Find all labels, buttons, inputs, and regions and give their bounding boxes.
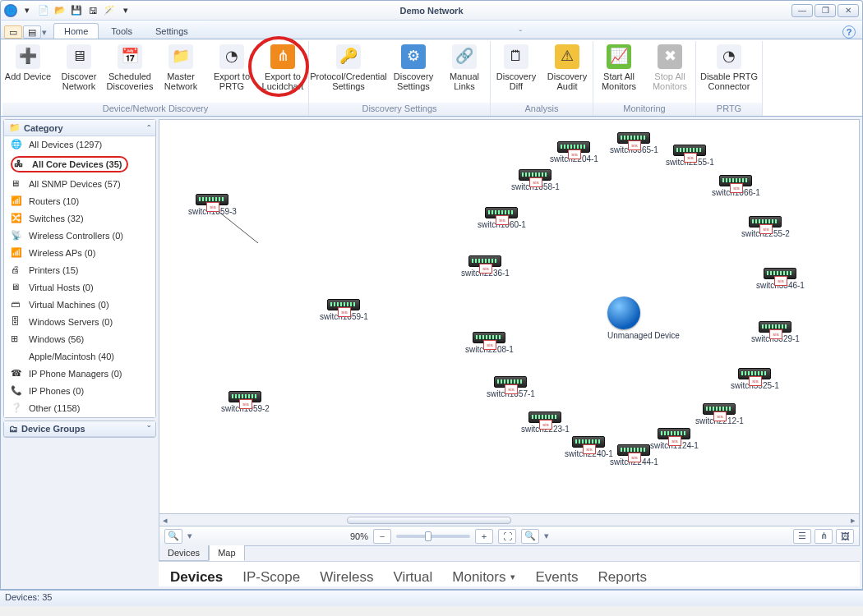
nav-events[interactable]: Events (535, 569, 578, 586)
ribbon-label: Add Device (5, 71, 51, 81)
category-item[interactable]: 🖨Printers (15) (4, 262, 155, 279)
ribbon-add-device[interactable]: ➕Add Device (2, 41, 53, 103)
category-label: Printers (15) (29, 265, 79, 275)
find-button[interactable]: 🔍 (164, 529, 182, 544)
ribbon-master-network[interactable]: 📁MasterNetwork (155, 41, 206, 103)
share-button[interactable]: ⋔ (815, 529, 833, 544)
category-label: Virtual Hosts (0) (29, 283, 94, 292)
switch-node[interactable]: sisswitch1059-1 (320, 299, 368, 321)
tab-devices[interactable]: Devices (159, 545, 209, 561)
find-dropdown-icon[interactable]: ▾ (187, 531, 192, 541)
qat-save-icon[interactable]: 💾 (70, 4, 83, 17)
category-item[interactable]: 🖥Virtual Hosts (0) (4, 279, 155, 297)
category-item[interactable]: Apple/Macintosh (40) (4, 348, 155, 365)
menu-tools[interactable]: Tools (100, 23, 143, 39)
category-item[interactable]: ⊞Windows (56) (4, 331, 155, 348)
zoom-in-button[interactable]: + (475, 529, 493, 544)
ribbon-manual-links[interactable]: 🔗ManualLinks (439, 41, 490, 103)
device-groups-panel[interactable]: 🗂 Device Groups ˇ (3, 421, 156, 438)
ribbon-collapse-icon[interactable]: ˇ (513, 29, 528, 39)
tab-map[interactable]: Map (209, 545, 244, 561)
switch-node[interactable]: sisswitch3346-1 (756, 268, 805, 290)
view-dropdown-icon[interactable]: ▾ (42, 27, 47, 38)
category-item[interactable]: 📡Wireless Controllers (0) (4, 228, 155, 245)
qat-new-icon[interactable]: 📄 (37, 4, 50, 17)
export-image-button[interactable]: 🖼 (836, 529, 854, 544)
layers-button[interactable]: ☰ (793, 529, 811, 544)
switch-node[interactable]: sisswitch2255-2 (741, 216, 790, 238)
switch-node[interactable]: sisswitch1066-1 (712, 175, 760, 197)
switch-node[interactable]: sisswitch1057-1 (487, 376, 535, 398)
category-item[interactable]: 🖥All SNMP Devices (57) (4, 176, 155, 193)
minimize-button[interactable]: — (791, 4, 813, 17)
switch-node[interactable]: sisswitch1058-1 (511, 169, 560, 191)
category-item[interactable]: 🖧All Core Devices (35) (4, 154, 155, 176)
menu-home[interactable]: Home (53, 23, 99, 39)
qat-saveall-icon[interactable]: 🖫 (86, 4, 99, 17)
close-button[interactable]: ✕ (838, 4, 859, 17)
switch-node[interactable]: sisswitch2204-1 (550, 141, 598, 163)
discover-network-icon: 🖥 (67, 44, 91, 69)
qat-more-icon[interactable]: ▾ (119, 4, 132, 17)
ribbon-export-prtg[interactable]: ◔Export toPRTG (206, 41, 257, 103)
ribbon-export-lucidchart[interactable]: ⋔Export toLucidchart (257, 41, 308, 103)
zoom-fit-button[interactable]: ⛶ (498, 529, 516, 544)
switch-node[interactable]: sisswitch3329-1 (751, 321, 800, 343)
nav-monitors[interactable]: Monitors (452, 569, 505, 586)
switch-node[interactable]: sisswitch2240-1 (565, 436, 613, 458)
switch-node[interactable]: sisswitch2208-1 (465, 332, 514, 354)
category-item[interactable]: 🔀Switches (32) (4, 210, 155, 228)
nav-reports[interactable]: Reports (598, 569, 647, 586)
zoom-out-button[interactable]: − (373, 529, 391, 544)
horizontal-scrollbar[interactable]: ◂ ▸ (159, 514, 860, 526)
switch-node[interactable]: sisswitch2236-1 (461, 255, 510, 278)
qat-wizard-icon[interactable]: 🪄 (103, 4, 116, 17)
hub-node[interactable]: Unmanaged Device (607, 297, 680, 340)
category-item[interactable]: ❔Other (1158) (4, 400, 155, 417)
switch-node[interactable]: sisswitch3325-1 (731, 368, 779, 390)
switch-node[interactable]: sisswitch3365-1 (610, 132, 658, 154)
switch-node[interactable]: sisswitch2223-1 (521, 411, 570, 434)
category-item[interactable]: ☎IP Phone Managers (0) (4, 365, 155, 383)
nav-wireless[interactable]: Wireless (320, 569, 373, 586)
ribbon-discovery-audit[interactable]: ⚠DiscoveryAudit (542, 41, 593, 103)
nav-ip-scope[interactable]: IP-Scope (242, 569, 300, 586)
switch-node[interactable]: sisswitch1059-2 (221, 391, 270, 413)
nav-virtual[interactable]: Virtual (393, 569, 432, 586)
view-compact-button[interactable]: ▤ (23, 25, 41, 39)
category-item[interactable]: 🗃Virtual Machines (0) (4, 297, 155, 314)
help-icon[interactable]: ? (842, 25, 856, 39)
qat-dropdown-icon[interactable]: ▾ (21, 4, 34, 17)
category-item[interactable]: 🗄Windows Servers (0) (4, 314, 155, 331)
ribbon-scheduled-discoveries[interactable]: 📅ScheduledDiscoveries (104, 41, 155, 103)
ribbon-discovery-diff[interactable]: 🗒DiscoveryDiff (491, 41, 542, 103)
category-panel-header[interactable]: 📁 Category ˆ (4, 120, 155, 136)
switch-node[interactable]: sisswitch1059-3 (188, 194, 237, 216)
nav-monitors-dropdown-icon[interactable]: ▾ (510, 572, 515, 582)
maximize-button[interactable]: ❐ (815, 4, 836, 17)
switch-node[interactable]: sisswitch2212-1 (695, 403, 744, 425)
ribbon-discovery-settings[interactable]: ⚙DiscoverySettings (388, 41, 439, 103)
zoom-slider[interactable] (396, 535, 470, 538)
ribbon-protocol-settings[interactable]: 🔑Protocol/CredentialSettings (309, 41, 388, 103)
menu-settings[interactable]: Settings (145, 23, 199, 39)
category-item[interactable]: 📞IP Phones (0) (4, 383, 155, 400)
scroll-left-icon[interactable]: ◂ (159, 515, 171, 526)
scroll-right-icon[interactable]: ▸ (847, 515, 859, 526)
category-item[interactable]: 🌐All Devices (1297) (4, 136, 155, 154)
ribbon-start-monitors[interactable]: 📈Start AllMonitors (593, 41, 644, 103)
scroll-thumb[interactable] (347, 517, 511, 524)
qat-open-icon[interactable]: 📂 (53, 4, 67, 17)
ribbon-discover-network[interactable]: 🖥DiscoverNetwork (53, 41, 104, 103)
nav-devices[interactable]: Devices (170, 569, 223, 586)
category-item[interactable]: 📶Wireless APs (0) (4, 245, 155, 262)
switch-node[interactable]: sisswitch2255-1 (666, 145, 714, 167)
ribbon-disable-prtg[interactable]: ◔Disable PRTGConnector (696, 41, 762, 103)
category-item[interactable]: 📶Routers (10) (4, 193, 155, 210)
zoom-dropdown-icon[interactable]: ▾ (544, 531, 549, 541)
zoom-region-button[interactable]: 🔍 (521, 529, 539, 544)
network-map-canvas[interactable]: Unmanaged Devicesisswitch2204-1sisswitch… (159, 119, 860, 514)
view-normal-button[interactable]: ▭ (4, 25, 22, 39)
switch-node[interactable]: sisswitch2244-1 (610, 444, 658, 467)
switch-node[interactable]: sisswitch1060-1 (478, 207, 526, 229)
